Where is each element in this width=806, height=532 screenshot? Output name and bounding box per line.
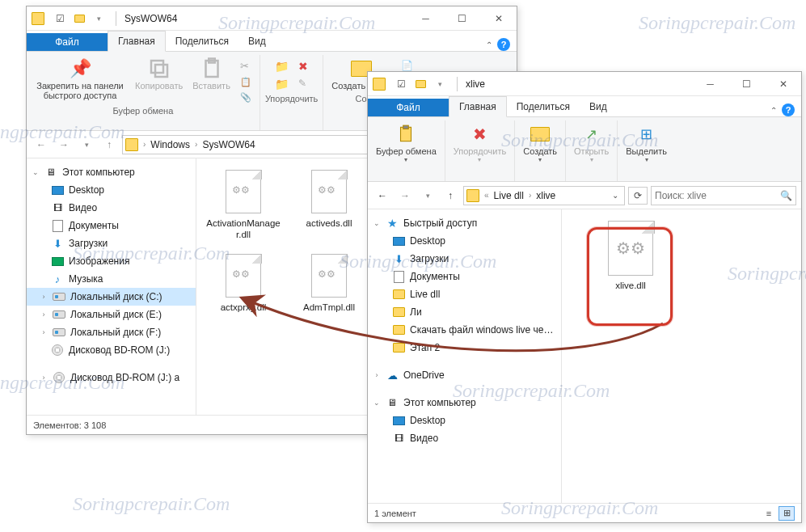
copy-button[interactable]: Копировать xyxy=(132,55,186,104)
chevron-right-icon[interactable]: › xyxy=(141,140,147,149)
navitem-this-pc[interactable]: ⌄Этот компьютер xyxy=(368,394,561,412)
clipboard-button[interactable]: Буфер обмена ▾ xyxy=(373,120,440,165)
navitem-quick-access[interactable]: ⌄Быстрый доступ xyxy=(368,214,561,232)
search-box[interactable]: 🔍 xyxy=(651,186,796,205)
tab-view[interactable]: Вид xyxy=(238,32,276,51)
rename-icon[interactable]: ✎ xyxy=(295,76,311,91)
navitem-downloads[interactable]: Загрузки xyxy=(27,234,196,252)
status-bar: 1 элемент ≡ ⊞ xyxy=(368,503,801,522)
close-button[interactable]: ✕ xyxy=(765,72,801,96)
refresh-button[interactable]: ⟳ xyxy=(628,187,648,205)
navitem-downloads[interactable]: Загрузки xyxy=(368,250,561,268)
pasteshortcut-icon[interactable]: 📎 xyxy=(237,91,255,104)
tab-share[interactable]: Поделиться xyxy=(507,97,580,116)
nav-forward-button[interactable]: → xyxy=(395,186,415,205)
file-item[interactable]: ⚙⚙activeds.dll xyxy=(289,165,369,244)
close-button[interactable]: ✕ xyxy=(480,6,517,31)
copyto-icon[interactable]: 📁 xyxy=(272,76,292,92)
paste-button[interactable]: Вставить xyxy=(189,55,234,104)
tab-view[interactable]: Вид xyxy=(580,97,617,116)
navitem-video[interactable]: Видео xyxy=(27,199,196,217)
nav-back-button[interactable]: ← xyxy=(373,186,392,205)
tab-share[interactable]: Поделиться xyxy=(166,32,238,51)
navitem-documents[interactable]: Документы xyxy=(27,217,196,234)
delete-icon[interactable]: ✖ xyxy=(295,58,311,74)
ribbon-collapse-icon[interactable]: ⌃ xyxy=(486,40,492,49)
maximize-button[interactable]: ☐ xyxy=(728,72,765,96)
navitem-documents[interactable]: Документы xyxy=(368,268,561,285)
search-input[interactable] xyxy=(655,190,780,201)
navitem-bdrom-media[interactable]: ›Дисковод BD-ROM (J:) a xyxy=(27,369,196,386)
tab-file[interactable]: Файл xyxy=(368,99,449,116)
titlebar[interactable]: ☑ ▾ xlive ─ ☐ ✕ xyxy=(368,72,801,96)
navitem-disk-c[interactable]: ›Локальный диск (C:) xyxy=(27,288,196,306)
navigation-pane[interactable]: ⌄Быстрый доступ Desktop Загрузки Докумен… xyxy=(368,209,562,503)
nav-up-button[interactable]: ↑ xyxy=(99,135,119,154)
navitem-label: Этот компьютер xyxy=(62,167,135,178)
qat-newfolder-icon[interactable] xyxy=(411,75,429,93)
navitem-desktop[interactable]: Desktop xyxy=(368,412,561,429)
file-item[interactable]: ⚙⚙AdmTmpl.dll xyxy=(289,249,369,317)
navitem-etap2[interactable]: Этап 2 xyxy=(368,339,561,357)
view-details-button[interactable]: ≡ xyxy=(761,506,777,521)
view-icons-button[interactable]: ⊞ xyxy=(779,506,795,521)
ribbon-collapse-icon[interactable]: ⌃ xyxy=(770,106,777,115)
create-button[interactable]: Создать ▾ xyxy=(520,120,560,165)
nav-up-button[interactable]: ↑ xyxy=(441,186,460,205)
minimize-button[interactable]: ─ xyxy=(692,72,728,96)
nav-history-dropdown[interactable]: ▾ xyxy=(77,135,96,154)
search-icon[interactable]: 🔍 xyxy=(780,190,792,201)
file-item[interactable]: ⚙⚙actxprxy.dll xyxy=(203,249,284,317)
nav-history-dropdown[interactable]: ▾ xyxy=(418,186,437,205)
dll-icon: ⚙⚙ xyxy=(222,168,264,215)
navitem-desktop[interactable]: Desktop xyxy=(27,181,196,199)
copypath-icon[interactable]: 📋 xyxy=(237,75,255,89)
pin-button[interactable]: 📌 Закрепить на панели быстрого доступа xyxy=(32,55,129,104)
open-button[interactable]: ↗ Открыть ▾ xyxy=(571,120,612,165)
maximize-button[interactable]: ☐ xyxy=(444,6,480,31)
minimize-button[interactable]: ─ xyxy=(407,6,444,31)
qat-properties-icon[interactable]: ☑ xyxy=(392,75,410,93)
help-icon[interactable]: ? xyxy=(782,103,795,116)
chevron-right-icon[interactable]: › xyxy=(193,140,199,149)
navitem-bdrom[interactable]: Дисковод BD-ROM (J:) xyxy=(27,341,196,359)
cut-icon[interactable]: ✂ xyxy=(237,58,255,74)
qat-newfolder-icon[interactable] xyxy=(70,10,88,27)
qat-properties-icon[interactable]: ☑ xyxy=(51,10,69,27)
help-icon[interactable]: ? xyxy=(497,38,510,51)
navitem-disk-e[interactable]: ›Локальный диск (E:) xyxy=(27,306,196,323)
moveto-icon[interactable]: 📁 xyxy=(272,58,292,74)
navitem-this-pc[interactable]: ⌄Этот компьютер xyxy=(27,163,196,181)
tab-home[interactable]: Главная xyxy=(449,96,507,117)
open-label: Открыть xyxy=(574,146,609,156)
breadcrumb-part[interactable]: xlive xyxy=(533,190,559,201)
tab-file[interactable]: Файл xyxy=(27,33,108,51)
organize-button[interactable]: ✖ Упорядочить ▾ xyxy=(450,120,509,165)
qat-dropdown-icon[interactable]: ▾ xyxy=(431,75,449,93)
navitem-onedrive[interactable]: ›OneDrive xyxy=(368,366,561,384)
breadcrumb-part[interactable]: Windows xyxy=(147,139,193,150)
chevron-right-icon[interactable]: › xyxy=(527,191,533,200)
navitem-li[interactable]: Ли xyxy=(368,303,561,321)
file-item[interactable]: ⚙⚙ActivationManager.dll xyxy=(203,165,284,244)
qat-dropdown-icon[interactable]: ▾ xyxy=(90,10,108,27)
navitem-music[interactable]: Музыка xyxy=(27,270,196,288)
nav-back-button[interactable]: ← xyxy=(32,135,51,154)
chevron-right-icon[interactable]: « xyxy=(483,191,491,200)
tab-home[interactable]: Главная xyxy=(108,31,166,52)
breadcrumb[interactable]: « Live dll › xlive ⌄ xyxy=(463,186,625,205)
navitem-disk-f[interactable]: ›Локальный диск (F:) xyxy=(27,323,196,341)
navitem-download-folder[interactable]: Скачать файл windows live через торрент xyxy=(368,321,561,339)
titlebar[interactable]: ☑ ▾ SysWOW64 ─ ☐ ✕ xyxy=(27,6,517,31)
navitem-video[interactable]: Видео xyxy=(368,429,561,447)
navitem-pictures[interactable]: Изображения xyxy=(27,252,196,270)
navigation-pane[interactable]: ⌄Этот компьютер Desktop Видео Документы … xyxy=(27,158,196,415)
breadcrumb-part[interactable]: Live dll xyxy=(491,190,527,201)
navitem-desktop[interactable]: Desktop xyxy=(368,232,561,250)
breadcrumb-dropdown-icon[interactable]: ⌄ xyxy=(609,191,622,200)
nav-forward-button[interactable]: → xyxy=(54,135,74,154)
select-button[interactable]: ⊞ Выделить ▾ xyxy=(622,120,670,165)
clipboard-icon xyxy=(394,122,418,146)
navitem-live-dll[interactable]: Live dll xyxy=(368,285,561,303)
breadcrumb-part[interactable]: SysWOW64 xyxy=(199,139,258,150)
